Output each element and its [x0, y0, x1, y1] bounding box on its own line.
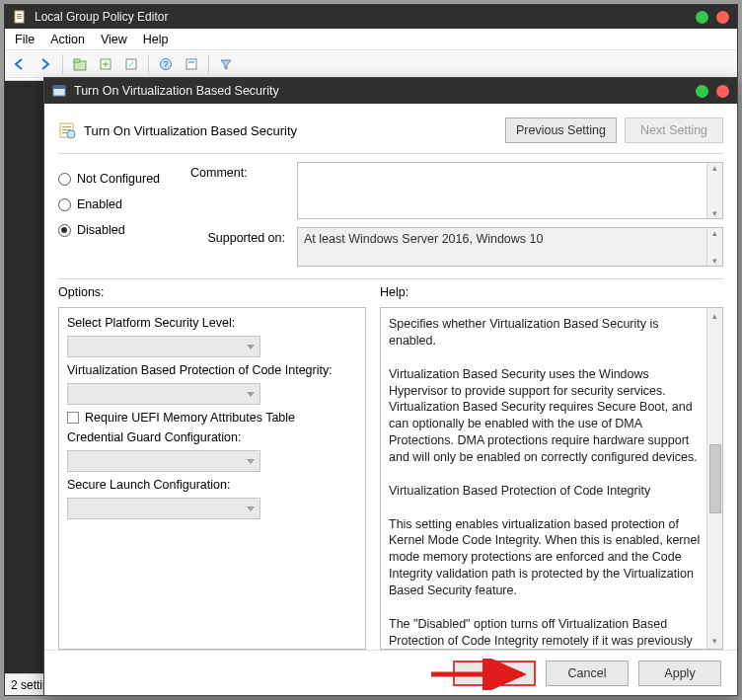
help-p2: Virtualization Based Security uses the W…: [389, 366, 701, 466]
comment-label: Comment:: [190, 162, 285, 180]
previous-setting-button[interactable]: Previous Setting: [505, 117, 617, 143]
ok-button[interactable]: OK: [453, 661, 536, 686]
radio-not-configured-label: Not Configured: [77, 172, 160, 186]
svg-text:?: ?: [163, 59, 168, 69]
svg-rect-10: [186, 59, 196, 69]
tool-export-icon[interactable]: [120, 53, 142, 75]
supported-on-value: At least Windows Server 2016, Windows 10: [304, 232, 543, 246]
opt-platform-label: Select Platform Security Level:: [67, 316, 357, 330]
tool-help-icon[interactable]: ?: [155, 53, 177, 75]
checkbox-icon: [67, 412, 79, 424]
state-radiogroup: Not Configured Enabled Disabled: [58, 162, 177, 267]
svg-rect-11: [188, 61, 194, 63]
help-header: Help:: [380, 285, 723, 299]
opt-platform-select[interactable]: [67, 336, 260, 357]
tool-refresh-icon[interactable]: [95, 53, 116, 75]
radio-enabled-label: Enabled: [77, 197, 122, 211]
dialog-title: Turn On Virtualization Based Security: [74, 84, 279, 98]
tool-up-icon[interactable]: [69, 53, 91, 75]
parent-titlebar: Local Group Policy Editor: [5, 5, 737, 29]
parent-title: Local Group Policy Editor: [35, 10, 168, 24]
tool-back-icon[interactable]: [9, 53, 31, 75]
options-panel: Select Platform Security Level: Virtuali…: [58, 307, 366, 650]
opt-uefi-checkbox[interactable]: Require UEFI Memory Attributes Table: [67, 411, 357, 425]
dialog-icon: [52, 84, 66, 98]
svg-rect-5: [74, 59, 80, 62]
dialog-footer: OK Cancel Apply: [44, 650, 737, 695]
opt-securelaunch-select[interactable]: [67, 498, 260, 519]
tool-filter-icon[interactable]: [215, 53, 237, 75]
cancel-button[interactable]: Cancel: [546, 661, 629, 686]
chevron-up-icon[interactable]: ▴: [712, 310, 717, 322]
opt-securelaunch-label: Secure Launch Configuration:: [67, 478, 357, 492]
opt-credguard-select[interactable]: [67, 450, 260, 472]
policy-heading-icon: [58, 121, 76, 139]
supported-label: Supported on:: [190, 227, 285, 267]
window-maximize-icon[interactable]: [696, 11, 708, 24]
chevron-down-icon[interactable]: ▾: [712, 635, 717, 647]
parent-menubar: File Action View Help: [5, 29, 737, 50]
dialog-close-icon[interactable]: [716, 85, 729, 98]
scrollbar-thumb[interactable]: [709, 444, 721, 513]
supported-scrollbar[interactable]: ▴▾: [706, 228, 722, 266]
help-p5: The "Disabled" option turns off Virtuali…: [389, 616, 701, 650]
svg-rect-13: [53, 86, 65, 89]
tool-properties-icon[interactable]: [181, 53, 202, 75]
help-p4: This setting enables virtualization base…: [389, 516, 701, 599]
svg-rect-3: [17, 18, 22, 19]
svg-rect-2: [17, 16, 22, 17]
radio-enabled[interactable]: Enabled: [58, 192, 177, 217]
comment-scrollbar[interactable]: ▴▾: [706, 163, 722, 218]
svg-rect-1: [17, 14, 22, 15]
menu-help[interactable]: Help: [143, 33, 169, 46]
tool-forward-icon[interactable]: [35, 53, 56, 75]
opt-vbp-label: Virtualization Based Protection of Code …: [67, 363, 357, 377]
comment-textarea[interactable]: ▴▾: [297, 162, 723, 219]
window-close-icon[interactable]: [716, 11, 729, 24]
svg-point-18: [67, 130, 75, 138]
menu-view[interactable]: View: [101, 33, 127, 46]
apply-button[interactable]: Apply: [638, 661, 721, 686]
help-panel: Specifies whether Virtualization Based S…: [380, 307, 723, 650]
policy-heading: Turn On Virtualization Based Security: [84, 123, 297, 138]
opt-uefi-label: Require UEFI Memory Attributes Table: [85, 411, 295, 425]
radio-disabled-label: Disabled: [77, 223, 125, 237]
radio-disabled[interactable]: Disabled: [58, 217, 177, 243]
help-p3: Virtualization Based Protection of Code …: [389, 483, 701, 500]
dialog-titlebar: Turn On Virtualization Based Security: [44, 78, 737, 104]
policy-dialog: Turn On Virtualization Based Security Tu…: [43, 77, 738, 696]
menu-file[interactable]: File: [15, 33, 35, 46]
gpedit-icon: [13, 10, 27, 24]
svg-rect-15: [62, 126, 71, 127]
radio-not-configured[interactable]: Not Configured: [58, 166, 177, 192]
supported-on-box: At least Windows Server 2016, Windows 10…: [297, 227, 723, 267]
dialog-maximize-icon[interactable]: [696, 85, 708, 98]
options-header: Options:: [58, 285, 380, 299]
next-setting-button: Next Setting: [625, 117, 723, 143]
help-p1: Specifies whether Virtualization Based S…: [389, 316, 701, 350]
menu-action[interactable]: Action: [50, 33, 85, 46]
help-scrollbar[interactable]: ▴ ▾: [706, 308, 722, 649]
opt-vbp-select[interactable]: [67, 383, 260, 405]
opt-credguard-label: Credential Guard Configuration:: [67, 430, 357, 444]
parent-toolbar: ?: [5, 50, 737, 78]
